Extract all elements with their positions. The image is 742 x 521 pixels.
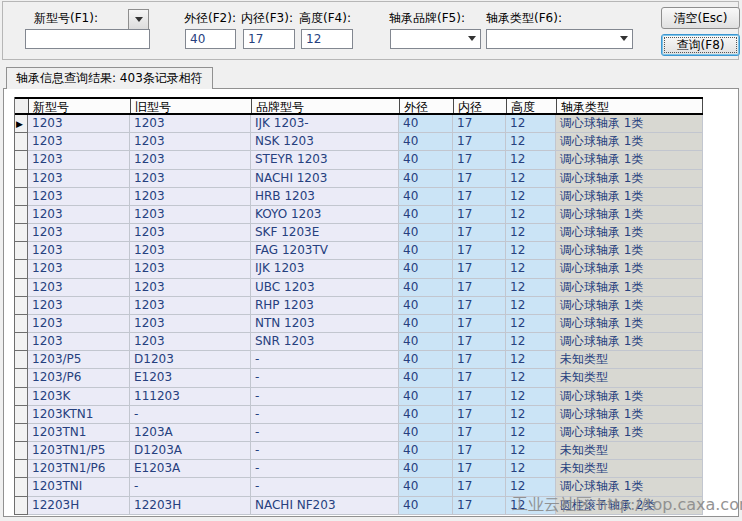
cell-brand-model[interactable]: IJK 1203	[251, 260, 399, 278]
cell-new-model[interactable]: 1203	[28, 279, 130, 297]
cell-old-model[interactable]: -	[130, 478, 251, 496]
cell-outer-diameter[interactable]: 40	[399, 315, 453, 333]
cell-height[interactable]: 12	[506, 442, 556, 460]
cell-old-model[interactable]: D1203	[130, 351, 251, 369]
cell-brand-model[interactable]: NACHI NF203	[251, 497, 399, 515]
cell-new-model[interactable]: 1203TNI	[28, 478, 130, 496]
cell-brand-model[interactable]: SNR 1203	[251, 333, 399, 351]
cell-outer-diameter[interactable]: 40	[399, 442, 453, 460]
cell-bearing-type[interactable]: 调心球轴承 1类	[556, 478, 703, 496]
cell-brand-model[interactable]: HRB 1203	[251, 188, 399, 206]
row-selector-current[interactable]: ▶	[15, 115, 28, 133]
cell-bearing-type[interactable]: 调心球轴承 1类	[556, 388, 703, 406]
cell-new-model[interactable]: 1203/P5	[28, 351, 130, 369]
row-selector[interactable]	[15, 351, 28, 369]
table-row[interactable]: 12031203IJK 1203401712调心球轴承 1类	[15, 260, 703, 278]
cell-bearing-type[interactable]: 调心球轴承 1类	[556, 242, 703, 260]
cell-outer-diameter[interactable]: 40	[399, 460, 453, 478]
cell-inner-diameter[interactable]: 17	[453, 151, 506, 169]
cell-brand-model[interactable]: -	[251, 351, 399, 369]
row-selector[interactable]	[15, 369, 28, 387]
cell-new-model[interactable]: 1203	[28, 224, 130, 242]
cell-inner-diameter[interactable]: 17	[453, 388, 506, 406]
cell-old-model[interactable]: 1203	[130, 279, 251, 297]
cell-height[interactable]: 12	[506, 206, 556, 224]
cell-new-model[interactable]: 1203/P6	[28, 369, 130, 387]
cell-bearing-type[interactable]: 调心球轴承 1类	[556, 133, 703, 151]
cell-brand-model[interactable]: -	[251, 460, 399, 478]
row-selector[interactable]	[15, 260, 28, 278]
column-header-new-model[interactable]: 新型号	[28, 99, 130, 113]
cell-new-model[interactable]: 1203TN1	[28, 424, 130, 442]
cell-old-model[interactable]: 1203	[130, 260, 251, 278]
cell-inner-diameter[interactable]: 17	[453, 115, 506, 133]
cell-new-model[interactable]: 1203	[28, 333, 130, 351]
cell-new-model[interactable]: 1203	[28, 315, 130, 333]
cell-inner-diameter[interactable]: 17	[453, 369, 506, 387]
row-selector[interactable]	[15, 478, 28, 496]
cell-height[interactable]: 12	[506, 151, 556, 169]
cell-bearing-type[interactable]: 调心球轴承 1类	[556, 188, 703, 206]
cell-brand-model[interactable]: KOYO 1203	[251, 206, 399, 224]
cell-old-model[interactable]: D1203A	[130, 442, 251, 460]
cell-outer-diameter[interactable]: 40	[399, 224, 453, 242]
table-row[interactable]: 12031203UBC 1203401712调心球轴承 1类	[15, 279, 703, 297]
cell-bearing-type[interactable]: 调心球轴承 1类	[556, 406, 703, 424]
cell-brand-model[interactable]: RHP 1203	[251, 297, 399, 315]
cell-brand-model[interactable]: NSK 1203	[251, 133, 399, 151]
table-row[interactable]: 12031203SKF 1203E401712调心球轴承 1类	[15, 224, 703, 242]
cell-inner-diameter[interactable]: 17	[453, 206, 506, 224]
cell-outer-diameter[interactable]: 40	[399, 478, 453, 496]
cell-new-model[interactable]: 1203K	[28, 388, 130, 406]
cell-bearing-type[interactable]: 调心球轴承 1类	[556, 297, 703, 315]
column-header-height[interactable]: 高度	[506, 99, 556, 113]
row-selector[interactable]	[15, 333, 28, 351]
cell-inner-diameter[interactable]: 17	[453, 133, 506, 151]
cell-bearing-type[interactable]: 未知类型	[556, 460, 703, 478]
cell-inner-diameter[interactable]: 17	[453, 279, 506, 297]
cell-old-model[interactable]: 1203	[130, 333, 251, 351]
cell-height[interactable]: 12	[506, 188, 556, 206]
cell-old-model[interactable]: 1203	[130, 151, 251, 169]
cell-brand-model[interactable]: UBC 1203	[251, 279, 399, 297]
cell-old-model[interactable]: 1203	[130, 224, 251, 242]
cell-new-model[interactable]: 1203	[28, 206, 130, 224]
cell-brand-model[interactable]: -	[251, 388, 399, 406]
row-selector[interactable]	[15, 388, 28, 406]
cell-brand-model[interactable]: -	[251, 442, 399, 460]
cell-height[interactable]: 12	[506, 260, 556, 278]
cell-inner-diameter[interactable]: 17	[453, 478, 506, 496]
table-row[interactable]: 1203TNI--401712调心球轴承 1类	[15, 478, 703, 496]
cell-brand-model[interactable]: NTN 1203	[251, 315, 399, 333]
cell-old-model[interactable]: 1203	[130, 115, 251, 133]
cell-height[interactable]: 12	[506, 478, 556, 496]
cell-bearing-type[interactable]: 调心球轴承 1类	[556, 260, 703, 278]
cell-new-model[interactable]: 1203TN1/P6	[28, 460, 130, 478]
row-selector[interactable]	[15, 224, 28, 242]
cell-new-model[interactable]: 1203	[28, 188, 130, 206]
cell-height[interactable]: 12	[506, 242, 556, 260]
table-row[interactable]: 1203/P6E1203-401712未知类型	[15, 369, 703, 387]
table-row[interactable]: ▶12031203IJK 1203-401712调心球轴承 1类	[15, 115, 703, 133]
cell-new-model[interactable]: 1203	[28, 260, 130, 278]
table-row[interactable]: 1203/P5D1203-401712未知类型	[15, 351, 703, 369]
cell-outer-diameter[interactable]: 40	[399, 406, 453, 424]
cell-outer-diameter[interactable]: 40	[399, 279, 453, 297]
height-input[interactable]	[301, 29, 353, 49]
cell-new-model[interactable]: 1203	[28, 242, 130, 260]
table-row[interactable]: 12031203NACHI 1203401712调心球轴承 1类	[15, 170, 703, 188]
cell-old-model[interactable]: 1203	[130, 133, 251, 151]
new-model-input[interactable]	[25, 29, 150, 49]
bearing-brand-select[interactable]	[390, 29, 481, 49]
cell-outer-diameter[interactable]: 40	[399, 133, 453, 151]
cell-brand-model[interactable]: SKF 1203E	[251, 224, 399, 242]
cell-outer-diameter[interactable]: 40	[399, 170, 453, 188]
cell-height[interactable]: 12	[506, 170, 556, 188]
cell-bearing-type[interactable]: 调心球轴承 1类	[556, 151, 703, 169]
cell-height[interactable]: 12	[506, 224, 556, 242]
row-selector[interactable]	[15, 315, 28, 333]
table-row[interactable]: 12031203HRB 1203401712调心球轴承 1类	[15, 188, 703, 206]
cell-height[interactable]: 12	[506, 406, 556, 424]
cell-height[interactable]: 12	[506, 369, 556, 387]
cell-inner-diameter[interactable]: 17	[453, 170, 506, 188]
